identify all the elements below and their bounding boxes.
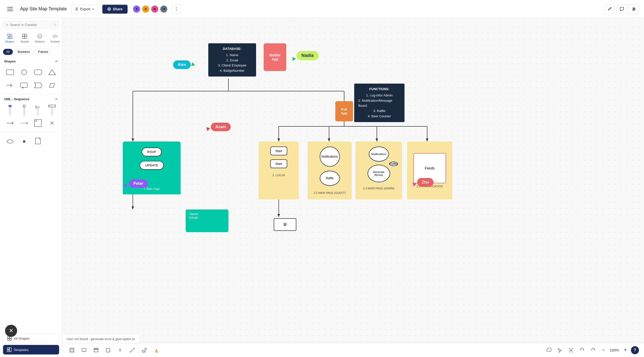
svg-rect-25 (6, 70, 14, 75)
zhu-cursor: Zhu (412, 178, 433, 187)
topbar: App Site Map Template Export Share S A N… (0, 0, 644, 18)
raffle1-circle: Raffle (320, 171, 340, 186)
cursor-tool[interactable] (555, 346, 565, 355)
filter-frames[interactable]: Frames (35, 49, 52, 55)
stickers-icon (37, 33, 43, 39)
uml-destroy[interactable] (46, 118, 58, 129)
shape-arrow[interactable] (4, 80, 16, 91)
screen-tool[interactable] (79, 346, 89, 355)
help-button[interactable]: ? (631, 346, 639, 354)
zoom-level: 100% (608, 348, 621, 352)
svg-point-82 (130, 351, 131, 352)
zoom-out-button[interactable]: − (600, 347, 607, 354)
uml-lifeline[interactable] (4, 104, 16, 116)
search-input[interactable] (10, 23, 52, 27)
svg-point-44 (7, 140, 13, 143)
svg-marker-68 (426, 138, 428, 141)
shapes-tool-icon (142, 348, 147, 353)
shape-speech-bubble[interactable] (18, 80, 30, 91)
close-button[interactable]: ✕ (5, 325, 17, 337)
shape-rounded-rect[interactable] (32, 67, 44, 78)
u-label: U (284, 222, 287, 227)
comment-icon-button[interactable] (617, 4, 627, 14)
update-btn[interactable]: UPDATE (140, 161, 164, 170)
more-options-button[interactable]: ⋮ (172, 5, 181, 14)
uml-combined[interactable] (46, 104, 58, 116)
filter-row: All Business Frames (0, 46, 62, 57)
redo-icon (591, 348, 596, 353)
functions-item4: 4. Beer Counter (368, 114, 391, 119)
line-tool[interactable] (128, 346, 137, 355)
name-field: Name: (189, 212, 225, 216)
uml-oval[interactable] (4, 136, 16, 147)
generate-winner-circle: Generate Winner (368, 165, 390, 182)
uml-dot[interactable] (18, 136, 30, 147)
tab-shapes[interactable]: Shapes (2, 31, 17, 45)
undo-button[interactable] (578, 346, 587, 355)
uml-collapse-icon[interactable] (55, 97, 58, 101)
move-tool[interactable] (567, 346, 576, 355)
filter-all[interactable]: All (3, 49, 13, 55)
tab-assets[interactable]: Assets (17, 31, 32, 45)
pencil-icon (608, 7, 612, 11)
uml-activation[interactable] (18, 104, 30, 116)
shapes-tool[interactable] (140, 346, 149, 355)
rsvp-btn[interactable]: RSVP (142, 148, 162, 156)
uml-note[interactable] (32, 136, 44, 147)
svg-rect-18 (25, 34, 27, 36)
shape-triangle[interactable] (46, 67, 58, 78)
svg-text:T: T (119, 348, 121, 352)
svg-point-11 (6, 24, 8, 25)
export-button[interactable]: Export (71, 5, 98, 13)
svg-rect-84 (142, 350, 144, 352)
canvas[interactable]: DATABASE: 1. Name 2. Email 3. Client/ Em… (62, 18, 644, 357)
functions-title: FUNCTIONS: (369, 87, 389, 92)
uml-frame[interactable] (32, 118, 44, 129)
shape-chevron[interactable] (32, 80, 44, 91)
tab-embed[interactable]: Embed (48, 31, 62, 45)
uml-row2 (0, 133, 62, 149)
uml-grid (0, 104, 62, 131)
highlight-tool[interactable]: A (152, 346, 161, 355)
uml-sync-message[interactable] (4, 118, 16, 129)
redo-button[interactable] (589, 346, 598, 355)
shape-rectangle[interactable] (4, 67, 16, 78)
start2-btn[interactable]: Start (270, 159, 287, 168)
tab-shapes-label: Shapes (5, 40, 14, 43)
frame-tool[interactable] (67, 346, 76, 355)
uml-async-message[interactable] (18, 118, 30, 129)
collaborator-avatar: A (142, 5, 150, 13)
share-button[interactable]: Share (102, 5, 128, 14)
uml-boundary[interactable] (32, 104, 44, 116)
svg-rect-17 (22, 34, 24, 36)
zhu-tooltip: Zhu (417, 178, 433, 187)
templates-button[interactable]: Templates (3, 345, 59, 354)
assets-icon (22, 33, 27, 39)
menu-button[interactable] (5, 4, 15, 14)
main-page-admin-card: Notifications Generate Winner Raffle 2.3… (355, 141, 402, 199)
text-tool[interactable]: T (116, 346, 125, 355)
cloud-save-button[interactable] (544, 346, 553, 355)
container-tool[interactable] (92, 346, 101, 355)
svg-rect-20 (25, 37, 27, 39)
svg-point-10 (633, 10, 634, 11)
filter-business[interactable]: Business (14, 49, 33, 55)
edit-icon-button[interactable] (605, 4, 615, 14)
start1-btn[interactable]: Start (270, 147, 287, 155)
collapse-icon[interactable] (55, 60, 58, 63)
uml-section-header: UML - Sequence (0, 95, 62, 102)
svg-rect-19 (22, 37, 24, 39)
shape-parallelogram[interactable] (46, 80, 58, 91)
database-item1: 1. Name (226, 53, 238, 58)
tab-stickers[interactable]: Stickers (32, 31, 48, 45)
search-bar[interactable] (3, 21, 59, 28)
svg-rect-0 (75, 10, 78, 10)
settings-icon-button[interactable] (629, 4, 639, 14)
peter-tooltip: Peter (129, 179, 148, 188)
collaborator-count: +3 (160, 5, 168, 13)
sticky-tool[interactable] (104, 346, 113, 355)
shape-circle[interactable] (18, 67, 30, 78)
nadia-tooltip: Nadia (296, 51, 319, 60)
functions-item2: 2. Notification/Message Board (358, 98, 400, 109)
zoom-in-button[interactable]: + (622, 347, 629, 354)
